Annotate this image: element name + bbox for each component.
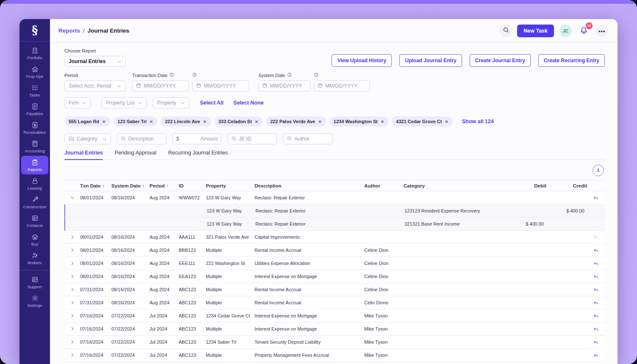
- sidebar-item-receivables[interactable]: Receivables: [21, 119, 48, 137]
- sidebar-item-prop-ops[interactable]: Prop Ops: [21, 63, 48, 81]
- chevron-right-icon[interactable]: [64, 339, 80, 345]
- author-filter-input[interactable]: [294, 136, 329, 142]
- app-logo[interactable]: §: [19, 19, 50, 41]
- cell-property: Multiple: [206, 326, 255, 331]
- close-icon[interactable]: ✕: [150, 119, 153, 124]
- sidebar-item-buy[interactable]: Buy: [21, 230, 48, 249]
- chevron-right-icon[interactable]: [64, 248, 80, 253]
- sidebar-item-portfolio[interactable]: Portfolio: [21, 44, 48, 63]
- create-recurring-entry-button[interactable]: Create Recurring Entry: [538, 54, 605, 67]
- download-button[interactable]: [593, 165, 604, 176]
- revert-icon[interactable]: [587, 287, 605, 292]
- new-task-button[interactable]: New Task: [517, 25, 554, 37]
- cell-property: 123 W Gary Way: [206, 195, 255, 200]
- chevron-right-icon[interactable]: [64, 326, 80, 331]
- view-upload-history-button[interactable]: View Upload History: [332, 54, 392, 67]
- chevron-right-icon[interactable]: [64, 261, 80, 266]
- description-filter-input[interactable]: [128, 136, 163, 142]
- table-row: 07/16/202407/22/2024Jul 2024ABC1231234 S…: [64, 336, 605, 349]
- revert-icon[interactable]: [587, 326, 605, 332]
- notifications-button[interactable]: 10: [577, 24, 590, 38]
- chevron-right-icon[interactable]: [64, 313, 80, 318]
- tab-pending-approval[interactable]: Pending Approval: [115, 150, 156, 160]
- revert-icon[interactable]: [587, 339, 605, 345]
- revert-icon[interactable]: [587, 300, 605, 306]
- avatar[interactable]: JC: [559, 25, 572, 37]
- system-date-to-input[interactable]: [325, 83, 366, 89]
- breadcrumb-reports-link[interactable]: Reports: [58, 28, 80, 34]
- revert-icon[interactable]: [587, 195, 605, 201]
- chevron-right-icon[interactable]: [64, 274, 80, 279]
- cell-property: Multiple: [206, 248, 255, 253]
- close-icon[interactable]: ✕: [203, 119, 206, 124]
- tab-journal-entries[interactable]: Journal Entries: [64, 150, 103, 160]
- cell-property: Multiple: [206, 353, 255, 358]
- search-button[interactable]: [499, 25, 512, 37]
- close-icon[interactable]: ✕: [102, 119, 105, 124]
- revert-icon[interactable]: [587, 248, 605, 253]
- select-all-link[interactable]: Select All: [200, 100, 224, 106]
- table-body: 08/01/202408/16/2024Aug 2024WWW072123 W …: [64, 191, 605, 362]
- cell-period: Aug 2024: [150, 234, 179, 240]
- sort-icon[interactable]: ▲▼: [166, 184, 169, 188]
- je-id-filter-input[interactable]: [239, 136, 273, 142]
- amount-filter-input[interactable]: [182, 136, 218, 142]
- revert-icon[interactable]: [587, 353, 605, 358]
- report-select[interactable]: Journal Entries: [64, 56, 126, 67]
- firm-select[interactable]: Firm: [64, 97, 91, 108]
- logo-glyph: §: [32, 24, 38, 37]
- sort-icon[interactable]: ▲▼: [142, 184, 144, 188]
- chevron-right-icon[interactable]: [64, 287, 80, 292]
- sidebar-item-settings[interactable]: Settings: [21, 292, 48, 310]
- chevron-right-icon[interactable]: [64, 234, 80, 240]
- sidebar-item-construction[interactable]: Construction: [21, 193, 48, 212]
- transaction-date-to-input[interactable]: [204, 83, 245, 89]
- revert-icon[interactable]: [587, 274, 605, 279]
- cell-author: Celine Dion: [364, 248, 404, 253]
- chevron-right-icon[interactable]: [64, 353, 80, 358]
- tab-recurring-journal-entries[interactable]: Recurring Journal Entries: [168, 150, 228, 160]
- receivables-icon: [31, 121, 39, 129]
- close-icon[interactable]: ✕: [255, 119, 258, 124]
- chip-label: 222 Palos Verde Ave: [270, 119, 315, 124]
- system-date-from-input[interactable]: [270, 83, 307, 89]
- revert-icon[interactable]: [587, 313, 605, 319]
- sidebar-item-label: Accounting: [25, 149, 45, 153]
- property-select[interactable]: Property: [153, 97, 189, 108]
- column-header-system-date[interactable]: System Date▲▼: [111, 183, 150, 188]
- chevron-right-icon[interactable]: [64, 300, 80, 305]
- sidebar-item-contacts[interactable]: Contacts: [21, 212, 48, 230]
- upload-journal-entry-button[interactable]: Upload Journal Entry: [399, 54, 462, 67]
- close-icon[interactable]: ✕: [445, 119, 448, 124]
- top-bar: Reports / Journal Entries New Task JC 10…: [50, 19, 618, 43]
- column-header-period[interactable]: Period▲▼: [150, 183, 179, 188]
- property-list-select[interactable]: Property List: [102, 97, 147, 108]
- cell-description: Interest Expense on Mortgage: [255, 313, 364, 318]
- more-menu-button[interactable]: •••: [595, 25, 608, 37]
- chevron-down-icon[interactable]: [64, 195, 80, 200]
- sidebar-item-reports[interactable]: Reports: [21, 156, 48, 174]
- gl-category-select[interactable]: GL Category: [64, 133, 111, 144]
- column-header-txn-date[interactable]: Txn Date▲▼: [80, 183, 111, 188]
- sidebar-item-support[interactable]: Support: [21, 273, 48, 292]
- transaction-date-from-input[interactable]: [144, 83, 185, 89]
- sidebar-item-accounting[interactable]: Accounting: [21, 137, 48, 156]
- property-chip: 222 Palos Verde Ave✕: [266, 116, 326, 127]
- sort-icon[interactable]: ▲▼: [102, 184, 105, 188]
- cell-system-date: 08/16/2024: [111, 234, 150, 240]
- revert-icon[interactable]: [587, 234, 605, 240]
- select-none-link[interactable]: Select None: [233, 100, 264, 106]
- sidebar-item-payables[interactable]: Payables: [21, 100, 48, 119]
- sidebar-item-brokers[interactable]: Brokers: [21, 249, 48, 267]
- system-date-from-field: System Date: [258, 72, 310, 91]
- cell-description: Interest Expense on Mortgage: [255, 274, 364, 279]
- sidebar-item-leasing[interactable]: Leasing: [21, 174, 48, 193]
- revert-icon[interactable]: [587, 261, 605, 266]
- close-icon[interactable]: ✕: [318, 119, 321, 124]
- create-journal-entry-button[interactable]: Create Journal Entry: [470, 54, 531, 67]
- show-all-link[interactable]: Show all 124: [462, 119, 494, 124]
- sidebar-item-tasks[interactable]: Tasks: [21, 81, 48, 100]
- period-select[interactable]: Select Acct. Period: [64, 80, 126, 91]
- close-icon[interactable]: ✕: [381, 119, 384, 124]
- column-header-category: Category: [404, 183, 503, 188]
